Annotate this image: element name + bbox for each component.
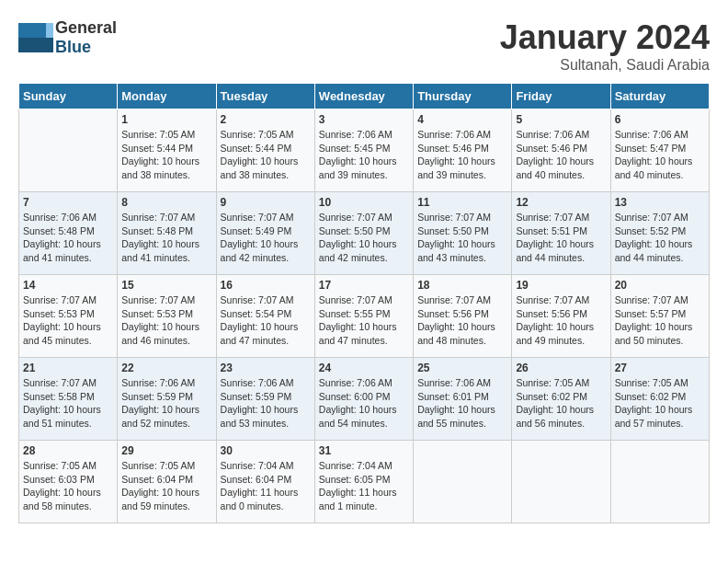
calendar-week-row: 7Sunrise: 7:06 AMSunset: 5:48 PMDaylight…	[19, 192, 710, 275]
sunset-text: Sunset: 6:05 PM	[319, 474, 391, 485]
sunrise-text: Sunrise: 7:05 AM	[615, 377, 688, 388]
day-number: 30	[221, 444, 311, 457]
day-number: 12	[516, 196, 606, 209]
sunset-text: Sunset: 5:46 PM	[417, 143, 489, 154]
sunrise-text: Sunrise: 7:07 AM	[319, 294, 392, 305]
calendar-cell: 24Sunrise: 7:06 AMSunset: 6:00 PMDayligh…	[314, 358, 413, 441]
calendar-cell: 3Sunrise: 7:06 AMSunset: 5:45 PMDaylight…	[314, 109, 413, 192]
sunset-text: Sunset: 5:59 PM	[221, 391, 292, 402]
day-number: 3	[319, 113, 409, 126]
calendar-cell: 4Sunrise: 7:06 AMSunset: 5:46 PMDaylight…	[414, 109, 512, 192]
sunset-text: Sunset: 5:50 PM	[319, 225, 391, 236]
day-number: 24	[319, 362, 409, 374]
sunset-text: Sunset: 5:59 PM	[121, 391, 193, 402]
daylight-text: Daylight: 10 hours and 39 minutes.	[319, 155, 397, 180]
sunset-text: Sunset: 5:53 PM	[121, 308, 193, 319]
sunrise-text: Sunrise: 7:07 AM	[23, 294, 97, 305]
calendar-cell: 8Sunrise: 7:07 AMSunset: 5:48 PMDaylight…	[118, 192, 216, 275]
daylight-text: Daylight: 10 hours and 41 minutes.	[23, 238, 101, 263]
calendar-cell: 5Sunrise: 7:06 AMSunset: 5:46 PMDaylight…	[512, 109, 610, 192]
calendar-week-row: 14Sunrise: 7:07 AMSunset: 5:53 PMDayligh…	[19, 275, 710, 358]
daylight-text: Daylight: 10 hours and 47 minutes.	[319, 321, 397, 346]
calendar-cell: 21Sunrise: 7:07 AMSunset: 5:58 PMDayligh…	[19, 358, 118, 441]
cell-content: Sunrise: 7:07 AMSunset: 5:50 PMDaylight:…	[319, 211, 409, 265]
calendar-cell: 6Sunrise: 7:06 AMSunset: 5:47 PMDaylight…	[610, 109, 709, 192]
cell-content: Sunrise: 7:07 AMSunset: 5:56 PMDaylight:…	[516, 293, 606, 348]
location-subtitle: Sultanah, Saudi Arabia	[500, 57, 710, 74]
day-number: 13	[615, 196, 705, 209]
daylight-text: Daylight: 10 hours and 43 minutes.	[417, 238, 495, 263]
day-number: 7	[23, 196, 113, 209]
daylight-text: Daylight: 10 hours and 52 minutes.	[121, 404, 199, 429]
sunset-text: Sunset: 5:48 PM	[23, 225, 95, 236]
sunset-text: Sunset: 5:51 PM	[516, 225, 587, 236]
cell-content: Sunrise: 7:07 AMSunset: 5:55 PMDaylight:…	[319, 293, 409, 348]
sunset-text: Sunset: 5:45 PM	[319, 143, 391, 154]
daylight-text: Daylight: 10 hours and 54 minutes.	[319, 404, 397, 429]
sunset-text: Sunset: 5:44 PM	[121, 143, 193, 154]
sunrise-text: Sunrise: 7:06 AM	[319, 129, 392, 140]
weekday-header: Thursday	[414, 84, 512, 109]
daylight-text: Daylight: 10 hours and 55 minutes.	[417, 404, 495, 429]
calendar-cell: 7Sunrise: 7:06 AMSunset: 5:48 PMDaylight…	[19, 192, 118, 275]
sunset-text: Sunset: 5:58 PM	[23, 391, 95, 402]
calendar-cell: 22Sunrise: 7:06 AMSunset: 5:59 PMDayligh…	[118, 358, 216, 441]
calendar-cell: 12Sunrise: 7:07 AMSunset: 5:51 PMDayligh…	[512, 192, 610, 275]
day-number: 14	[23, 279, 113, 292]
daylight-text: Daylight: 10 hours and 47 minutes.	[221, 321, 299, 346]
sunrise-text: Sunrise: 7:06 AM	[417, 129, 491, 140]
sunrise-text: Sunrise: 7:05 AM	[516, 377, 589, 388]
sunrise-text: Sunrise: 7:07 AM	[417, 294, 491, 305]
logo-blue-text: Blue	[55, 38, 91, 56]
calendar-cell: 29Sunrise: 7:05 AMSunset: 6:04 PMDayligh…	[118, 441, 216, 523]
sunset-text: Sunset: 6:04 PM	[221, 474, 292, 485]
daylight-text: Daylight: 10 hours and 50 minutes.	[615, 321, 693, 346]
sunset-text: Sunset: 6:04 PM	[121, 474, 193, 485]
weekday-header: Sunday	[19, 84, 118, 109]
sunrise-text: Sunrise: 7:04 AM	[221, 460, 294, 471]
day-number: 1	[121, 113, 211, 126]
day-number: 17	[319, 279, 409, 292]
cell-content: Sunrise: 7:07 AMSunset: 5:50 PMDaylight:…	[417, 211, 507, 265]
day-number: 27	[615, 362, 705, 374]
sunrise-text: Sunrise: 7:06 AM	[319, 377, 392, 388]
cell-content: Sunrise: 7:07 AMSunset: 5:49 PMDaylight:…	[221, 211, 311, 265]
calendar-table: SundayMondayTuesdayWednesdayThursdayFrid…	[18, 83, 710, 523]
calendar-cell	[610, 441, 709, 523]
day-number: 8	[121, 196, 211, 209]
calendar-cell: 30Sunrise: 7:04 AMSunset: 6:04 PMDayligh…	[216, 441, 314, 523]
sunrise-text: Sunrise: 7:05 AM	[121, 460, 195, 471]
sunset-text: Sunset: 5:46 PM	[516, 143, 587, 154]
cell-content: Sunrise: 7:07 AMSunset: 5:53 PMDaylight:…	[121, 293, 211, 348]
daylight-text: Daylight: 10 hours and 38 minutes.	[121, 155, 199, 180]
title-area: January 2024 Sultanah, Saudi Arabia	[500, 18, 710, 74]
calendar-cell: 23Sunrise: 7:06 AMSunset: 5:59 PMDayligh…	[216, 358, 314, 441]
calendar-cell	[19, 109, 118, 192]
daylight-text: Daylight: 10 hours and 44 minutes.	[516, 238, 594, 263]
sunset-text: Sunset: 5:56 PM	[516, 308, 587, 319]
sunrise-text: Sunrise: 7:05 AM	[121, 129, 195, 140]
weekday-header: Monday	[118, 84, 216, 109]
day-number: 25	[417, 362, 507, 374]
sunrise-text: Sunrise: 7:07 AM	[221, 212, 294, 223]
daylight-text: Daylight: 10 hours and 45 minutes.	[23, 321, 101, 346]
day-number: 22	[121, 362, 211, 374]
day-number: 11	[417, 196, 507, 209]
sunrise-text: Sunrise: 7:05 AM	[23, 460, 97, 471]
sunrise-text: Sunrise: 7:07 AM	[516, 294, 589, 305]
daylight-text: Daylight: 10 hours and 51 minutes.	[23, 404, 101, 429]
sunset-text: Sunset: 5:57 PM	[615, 308, 687, 319]
weekday-header: Wednesday	[314, 84, 413, 109]
sunset-text: Sunset: 6:01 PM	[417, 391, 489, 402]
day-number: 29	[121, 444, 211, 457]
sunrise-text: Sunrise: 7:07 AM	[615, 212, 688, 223]
sunset-text: Sunset: 6:02 PM	[615, 391, 687, 402]
cell-content: Sunrise: 7:06 AMSunset: 5:48 PMDaylight:…	[23, 211, 113, 265]
calendar-week-row: 28Sunrise: 7:05 AMSunset: 6:03 PMDayligh…	[19, 441, 710, 523]
daylight-text: Daylight: 10 hours and 49 minutes.	[516, 321, 594, 346]
cell-content: Sunrise: 7:06 AMSunset: 5:45 PMDaylight:…	[319, 128, 409, 182]
daylight-text: Daylight: 10 hours and 59 minutes.	[121, 487, 199, 511]
day-number: 6	[615, 113, 705, 126]
sunset-text: Sunset: 6:03 PM	[23, 474, 95, 485]
calendar-cell: 9Sunrise: 7:07 AMSunset: 5:49 PMDaylight…	[216, 192, 314, 275]
